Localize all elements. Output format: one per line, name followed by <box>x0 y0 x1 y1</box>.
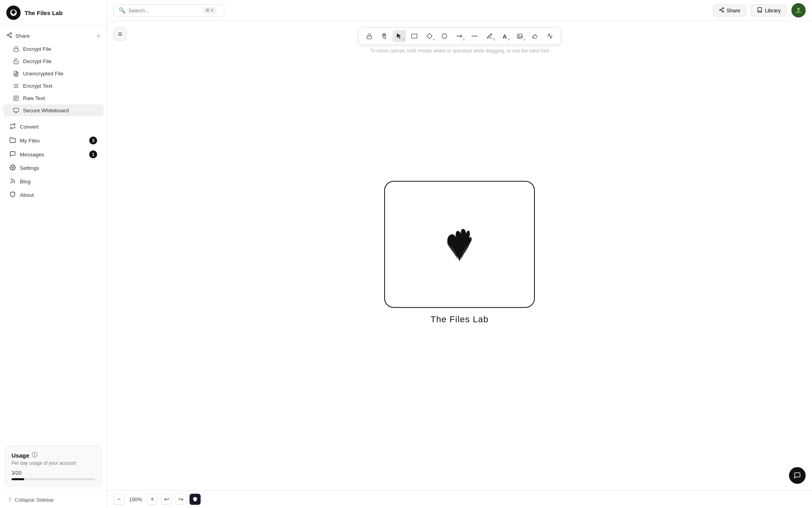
toolbar-image[interactable]: 3 <box>513 30 527 42</box>
sidebar-item-messages[interactable]: Messages 1 <box>3 148 103 161</box>
canvas-menu-button[interactable]: ≡ <box>113 27 127 41</box>
zoom-in-button[interactable]: + <box>147 494 158 505</box>
svg-point-1 <box>10 33 11 34</box>
whiteboard-title: The Files Lab <box>431 314 488 325</box>
sidebar-item-settings[interactable]: Settings <box>3 162 103 175</box>
arrow-sub: 5 <box>463 38 465 41</box>
share-label: Share <box>15 33 30 39</box>
redo-button[interactable]: ↪ <box>175 494 186 505</box>
svg-line-24 <box>721 10 722 11</box>
zoom-level: 100% <box>128 496 144 502</box>
svg-rect-28 <box>412 34 417 38</box>
gear-icon <box>10 164 16 172</box>
sidebar-item-decrypt-file[interactable]: Decrypt File <box>3 55 103 67</box>
topbar: 🔍 ⌘ K Share Library <box>107 0 812 21</box>
sidebar-item-encrypt-file[interactable]: Encrypt File <box>3 43 103 55</box>
canvas-area[interactable]: ≡ 1 <box>107 21 812 490</box>
unencrypted-file-label: Unencrypted File <box>23 71 63 77</box>
sidebar-item-unencrypted-file[interactable]: Unencrypted File <box>3 67 103 79</box>
decrypt-file-label: Decrypt File <box>23 58 52 64</box>
toolbar-diamond[interactable]: 4 <box>423 30 436 42</box>
shield-button[interactable] <box>190 494 201 505</box>
svg-line-25 <box>721 8 722 9</box>
search-icon: 🔍 <box>119 7 125 13</box>
share-section[interactable]: Share ∧ <box>0 29 107 42</box>
svg-rect-32 <box>517 34 522 38</box>
settings-label: Settings <box>20 165 39 171</box>
sidebar-item-about[interactable]: About <box>3 189 103 202</box>
usage-bar <box>11 478 95 480</box>
svg-point-2 <box>7 35 9 36</box>
collapse-label: Collapse Sidebar <box>15 497 54 503</box>
messages-badge: 1 <box>89 150 97 158</box>
monitor-icon <box>13 107 19 114</box>
sidebar: The Files Lab Share ∧ <box>0 0 107 508</box>
toolbar-text[interactable]: A 8 <box>498 30 511 42</box>
sidebar-item-secure-whiteboard[interactable]: Secure Whiteboard <box>3 104 103 116</box>
library-btn-label: Library <box>765 8 781 13</box>
toolbar-pen[interactable]: 8 <box>483 30 496 42</box>
toolbar-select[interactable]: 1 <box>393 30 406 42</box>
app-title: The Files Lab <box>25 10 63 16</box>
whiteboard-logo <box>436 221 483 268</box>
select-sub: 1 <box>403 38 404 41</box>
usage-info-icon: ⓘ <box>32 452 37 459</box>
menu-icon: ≡ <box>118 30 123 38</box>
library-button[interactable]: Library <box>751 4 787 17</box>
lock-icon <box>13 46 19 52</box>
about-shield-icon <box>10 191 16 199</box>
bottombar: − 100% + ↩ ↪ <box>107 490 812 508</box>
sidebar-item-convert[interactable]: Convert <box>3 120 103 133</box>
svg-point-19 <box>12 167 13 168</box>
svg-point-29 <box>442 34 447 38</box>
svg-line-4 <box>8 35 10 36</box>
toolbar-eraser[interactable] <box>528 30 542 42</box>
chat-fab-button[interactable] <box>789 467 806 484</box>
user-avatar[interactable] <box>791 3 806 17</box>
convert-label: Convert <box>20 124 38 130</box>
svg-rect-16 <box>13 108 19 112</box>
undo-button[interactable]: ↩ <box>161 494 172 505</box>
search-box[interactable]: 🔍 ⌘ K <box>113 4 224 17</box>
share-button[interactable]: Share <box>713 4 747 17</box>
topbar-right: Share Library <box>713 3 806 17</box>
toolbar-rectangle[interactable] <box>408 30 421 42</box>
svg-point-20 <box>11 183 11 183</box>
share-btn-label: Share <box>727 8 741 13</box>
toolbar-line[interactable] <box>468 30 481 42</box>
search-shortcut: ⌘ K <box>203 7 216 14</box>
sidebar-item-encrypt-text[interactable]: Encrypt Text <box>3 80 103 92</box>
file-lock-icon <box>13 70 19 77</box>
undo-icon: ↩ <box>164 496 169 503</box>
encrypt-file-label: Encrypt File <box>23 46 51 52</box>
toolbar-hand[interactable] <box>377 30 391 42</box>
sidebar-nav: Share ∧ Encrypt File Decrypt File <box>0 26 107 441</box>
zoom-out-button[interactable]: − <box>113 494 124 505</box>
about-label: About <box>20 192 34 198</box>
collapse-sidebar-btn[interactable]: 《 Collapse Sidebar <box>0 491 107 508</box>
share-icon <box>6 32 12 39</box>
share-icon-btn <box>719 7 724 14</box>
usage-title: Usage ⓘ <box>11 452 95 459</box>
toolbar-circle[interactable] <box>438 30 451 42</box>
svg-point-22 <box>719 9 721 11</box>
sidebar-item-raw-text[interactable]: Raw Text <box>3 92 103 104</box>
sidebar-item-my-files[interactable]: My Files 3 <box>3 134 103 147</box>
search-input[interactable] <box>128 8 200 13</box>
main-panel: 🔍 ⌘ K Share Library <box>107 0 812 508</box>
usage-count: 3/20 <box>11 470 95 476</box>
folder-icon <box>10 137 16 144</box>
messages-label: Messages <box>20 152 44 158</box>
chat-icon <box>10 151 16 158</box>
rss-icon <box>10 178 16 185</box>
toolbar-extra[interactable] <box>543 30 557 42</box>
my-files-badge: 3 <box>89 137 97 144</box>
encrypt-text-label: Encrypt Text <box>23 83 52 89</box>
toolbar-lock[interactable] <box>362 30 376 42</box>
sidebar-item-blog[interactable]: Blog <box>3 175 103 188</box>
zoom-in-icon: + <box>150 496 154 503</box>
diamond-sub: 4 <box>433 38 435 41</box>
toolbar-arrow[interactable]: 5 <box>453 30 466 42</box>
app-logo <box>6 6 21 20</box>
sidebar-header: The Files Lab <box>0 0 107 26</box>
